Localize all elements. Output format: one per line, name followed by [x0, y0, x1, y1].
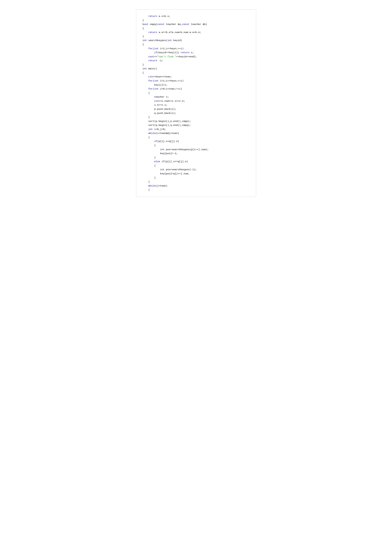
- code-line: }: [142, 156, 250, 160]
- code-line: }: [142, 176, 250, 180]
- code-line: int searchkeypos(int keyid): [142, 39, 250, 43]
- code-line: cin>>x.num>>x.s>>x.e;: [142, 99, 250, 103]
- code-line: {: [142, 91, 250, 95]
- code-line: int pos=searchkeypos(-1);: [142, 168, 250, 172]
- code-line: int main(): [142, 67, 250, 71]
- code-line: }: [142, 115, 250, 119]
- code-line: cout<<"can't find "<<keyid<<endl;: [142, 55, 250, 59]
- code-line: return a.e==b.e?a.num<b.num:a.e<b.e;: [142, 30, 250, 35]
- code-line: {: [142, 43, 250, 47]
- code-line: }: [142, 180, 250, 184]
- code-line: for(int i=0;i<tean;++i): [142, 87, 250, 91]
- code-line: }: [142, 35, 250, 39]
- code-line: return -1;: [142, 59, 250, 63]
- code-line: return a.s<b.s;: [142, 14, 250, 19]
- code-line: for(int i=1;i<=keyn;++i): [142, 47, 250, 51]
- code-line: if(p[i].s<q[j].e): [142, 139, 250, 144]
- code-line: {: [142, 71, 250, 75]
- code-line: }: [142, 63, 250, 67]
- code-line: while(i<tean&&j<tean): [142, 132, 250, 136]
- code-line: teacher x;: [142, 95, 250, 99]
- code-line: }: [142, 19, 250, 23]
- code-line: sort(p.begin(),p.end(),cmpp);: [142, 119, 250, 124]
- code-line: {: [142, 188, 250, 192]
- code-line: {: [142, 136, 250, 140]
- code-line: key[pos]=-1;: [142, 152, 250, 156]
- code-line: {: [142, 27, 250, 31]
- code-line: else if(p[i].s>=q[j].e): [142, 160, 250, 164]
- code-line: {: [142, 164, 250, 168]
- code-line: cin>>keyn>>tean;: [142, 75, 250, 79]
- code-line: p.push_back(x);: [142, 107, 250, 111]
- code-line: key[i]=i;: [142, 83, 250, 87]
- code-line: for(int i=1;i<=keyn;++i): [142, 79, 250, 83]
- code-line: x.e+=x.s;: [142, 103, 250, 107]
- code-line: sort(q.begin(),q.end(),cmpq);: [142, 123, 250, 127]
- code-line: int pos=searchkeypos(p[i++].num);: [142, 148, 250, 152]
- code-line: while(j<tean): [142, 184, 250, 188]
- code-line: if(keyid==key[i]) return i;: [142, 51, 250, 55]
- code-line: {: [142, 144, 250, 148]
- code-line: q.push_back(x);: [142, 111, 250, 115]
- code-line: bool cmpq(const teacher &a,const teacher…: [142, 22, 250, 27]
- code-line: int i=0,j=0;: [142, 127, 250, 132]
- code-line: key[pos]=q[j++].num;: [142, 172, 250, 176]
- code-block: return a.s<b.s;}bool cmpq(const teacher …: [136, 9, 256, 197]
